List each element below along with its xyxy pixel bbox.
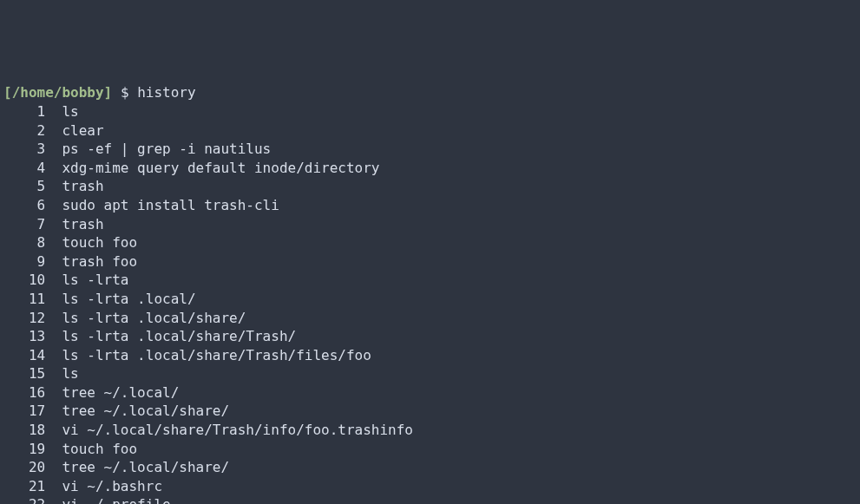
history-line: 18vi ~/.local/share/Trash/info/foo.trash… [3, 421, 857, 440]
history-number: 14 [3, 346, 45, 365]
history-command: trash foo [45, 252, 137, 272]
history-number: 5 [3, 177, 45, 196]
history-number: 8 [3, 233, 45, 252]
history-number: 18 [3, 421, 45, 440]
history-number: 22 [3, 495, 45, 504]
history-command: ls -lrta .local/ [45, 290, 195, 309]
history-line: 21vi ~/.bashrc [3, 477, 857, 496]
history-command: touch foo [45, 440, 137, 459]
history-line: 11ls -lrta .local/ [3, 290, 857, 309]
history-output: 1ls2clear3ps -ef | grep -i nautilus4xdg-… [3, 102, 857, 504]
history-line: 14ls -lrta .local/share/Trash/files/foo [3, 346, 857, 365]
history-line: 15ls [3, 364, 857, 383]
history-line: 7trash [3, 215, 857, 234]
history-number: 1 [3, 102, 45, 121]
history-number: 9 [3, 252, 45, 272]
history-number: 10 [3, 271, 45, 290]
prompt-command: history [137, 83, 195, 102]
history-number: 17 [3, 402, 45, 421]
history-number: 12 [3, 309, 45, 328]
history-command: ls -lrta .local/share/Trash/ [45, 327, 296, 346]
history-line: 19touch foo [3, 440, 857, 459]
history-line: 16tree ~/.local/ [3, 383, 857, 403]
prompt-cwd: /home/bobby [12, 83, 104, 102]
history-number: 21 [3, 477, 45, 496]
history-command: clear [45, 121, 103, 141]
history-line: 1ls [3, 102, 857, 121]
history-number: 16 [3, 383, 45, 403]
prompt-close-bracket: ] [104, 83, 113, 102]
history-number: 15 [3, 364, 45, 383]
history-command: ls -lrta .local/share/ [45, 309, 246, 328]
history-line: 4xdg-mime query default inode/directory [3, 159, 857, 178]
history-number: 2 [3, 121, 45, 141]
history-command: ls -lrta [45, 271, 128, 290]
history-command: vi ~/.bashrc [45, 477, 162, 496]
history-line: 20tree ~/.local/share/ [3, 458, 857, 477]
history-command: vi ~/.local/share/Trash/info/foo.trashin… [45, 421, 413, 440]
history-line: 6sudo apt install trash-cli [3, 196, 857, 215]
history-line: 13ls -lrta .local/share/Trash/ [3, 327, 857, 346]
history-command: trash [45, 215, 103, 234]
history-number: 4 [3, 159, 45, 178]
history-command: tree ~/.local/share/ [45, 402, 229, 421]
history-command: ls -lrta .local/share/Trash/files/foo [45, 346, 371, 365]
prompt-dollar: $ [112, 83, 137, 102]
history-line: 8touch foo [3, 233, 857, 252]
prompt-open-bracket: [ [3, 83, 12, 102]
history-command: ls [45, 102, 79, 121]
history-number: 20 [3, 458, 45, 477]
history-command: xdg-mime query default inode/directory [45, 159, 379, 178]
history-number: 13 [3, 327, 45, 346]
history-number: 11 [3, 290, 45, 309]
history-command: touch foo [45, 233, 137, 252]
history-command: tree ~/.local/ [45, 383, 179, 403]
history-line: 3ps -ef | grep -i nautilus [3, 140, 857, 159]
history-line: 5trash [3, 177, 857, 196]
history-line: 10ls -lrta [3, 271, 857, 290]
terminal-output[interactable]: [/home/bobby] $ history1ls2clear3ps -ef … [3, 83, 857, 504]
history-number: 7 [3, 215, 45, 234]
history-line: 12ls -lrta .local/share/ [3, 309, 857, 328]
history-line: 22vi ~/.profile [3, 495, 857, 504]
history-line: 9trash foo [3, 252, 857, 272]
prompt-line: [/home/bobby] $ history [3, 83, 857, 102]
history-command: ls [45, 364, 79, 383]
history-number: 3 [3, 140, 45, 159]
history-command: sudo apt install trash-cli [45, 196, 279, 215]
history-command: trash [45, 177, 103, 196]
history-command: ps -ef | grep -i nautilus [45, 140, 271, 159]
history-command: tree ~/.local/share/ [45, 458, 229, 477]
history-command: vi ~/.profile [45, 495, 171, 504]
history-number: 6 [3, 196, 45, 215]
history-line: 17tree ~/.local/share/ [3, 402, 857, 421]
history-line: 2clear [3, 121, 857, 141]
history-number: 19 [3, 440, 45, 459]
